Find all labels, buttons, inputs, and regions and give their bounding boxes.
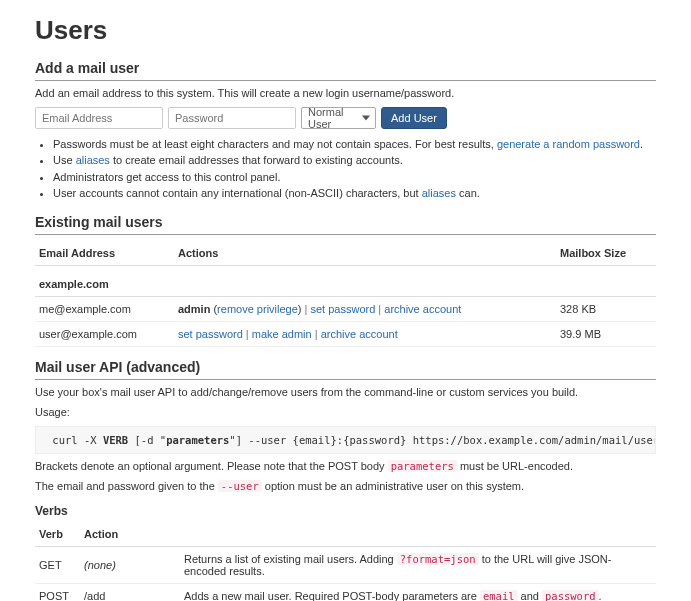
note-intl: User accounts cannot contain any interna… <box>53 186 656 201</box>
add-user-heading: Add a mail user <box>35 60 656 81</box>
api-heading: Mail user API (advanced) <box>35 359 656 380</box>
password-field[interactable] <box>168 107 296 129</box>
col-size: Mailbox Size <box>556 241 656 266</box>
user-email: me@example.com <box>35 296 174 321</box>
col-verb: Verb <box>35 522 80 547</box>
verb-action: (none) <box>80 546 180 583</box>
api-brackets-note: Brackets denote an optional argument. Pl… <box>35 460 656 472</box>
col-action: Action <box>80 522 180 547</box>
verb-desc: Returns a list of existing mail users. A… <box>180 546 656 583</box>
verbs-table: Verb Action GET(none)Returns a list of e… <box>35 522 656 601</box>
api-intro: Use your box's mail user API to add/chan… <box>35 386 656 398</box>
param-code: password <box>542 590 599 601</box>
note-aliases: Use aliases to create email addresses th… <box>53 153 656 168</box>
verb-desc: Adds a new mail user. Required POST-body… <box>180 583 656 601</box>
user-actions: admin (remove privilege) | set password … <box>174 296 556 321</box>
verb-row: POST/addAdds a new mail user. Required P… <box>35 583 656 601</box>
set-password-link[interactable]: set password <box>178 328 243 340</box>
domain-row: example.com <box>35 265 656 296</box>
add-user-notes: Passwords must be at least eight charact… <box>35 137 656 202</box>
user-actions: set password | make admin | archive acco… <box>174 321 556 346</box>
email-field[interactable] <box>35 107 163 129</box>
remove-privilege-link[interactable]: remove privilege <box>217 303 298 315</box>
privilege-selected: Normal User <box>308 106 357 130</box>
api-useropt-note: The email and password given to the --us… <box>35 480 656 492</box>
mailbox-size: 328 KB <box>556 296 656 321</box>
verb-method: GET <box>35 546 80 583</box>
verb-action: /add <box>80 583 180 601</box>
note-admins: Administrators get access to this contro… <box>53 170 656 185</box>
aliases-link[interactable]: aliases <box>76 154 110 166</box>
users-table: Email Address Actions Mailbox Size examp… <box>35 241 656 347</box>
archive-link[interactable]: archive account <box>384 303 461 315</box>
set-password-link[interactable]: set password <box>310 303 375 315</box>
domain-name: example.com <box>35 265 656 296</box>
note-password: Passwords must be at least eight charact… <box>53 137 656 152</box>
user-opt-code: --user <box>218 480 262 492</box>
admin-badge: admin <box>178 303 210 315</box>
verb-row: GET(none)Returns a list of existing mail… <box>35 546 656 583</box>
add-user-button[interactable]: Add User <box>381 107 447 129</box>
existing-heading: Existing mail users <box>35 214 656 235</box>
table-row: me@example.com admin (remove privilege) … <box>35 296 656 321</box>
verbs-heading: Verbs <box>35 504 656 518</box>
add-user-intro: Add an email address to this system. Thi… <box>35 87 656 99</box>
params-code: parameters <box>388 460 457 472</box>
param-code: email <box>480 590 518 601</box>
add-user-form: Normal User Add User <box>35 107 656 129</box>
curl-example: curl -X VERB [-d "parameters"] --user {e… <box>35 426 656 454</box>
verb-method: POST <box>35 583 80 601</box>
user-email: user@example.com <box>35 321 174 346</box>
param-code: ?format=json <box>397 553 479 565</box>
page-title: Users <box>35 15 656 46</box>
make-admin-link[interactable]: make admin <box>252 328 312 340</box>
mailbox-size: 39.9 MB <box>556 321 656 346</box>
col-actions: Actions <box>174 241 556 266</box>
table-row: user@example.com set password | make adm… <box>35 321 656 346</box>
archive-link[interactable]: archive account <box>321 328 398 340</box>
generate-password-link[interactable]: generate a random password <box>497 138 640 150</box>
col-desc <box>180 522 656 547</box>
privilege-select[interactable]: Normal User <box>301 107 376 129</box>
col-email: Email Address <box>35 241 174 266</box>
aliases-link-2[interactable]: aliases <box>422 187 456 199</box>
api-usage-label: Usage: <box>35 406 656 418</box>
